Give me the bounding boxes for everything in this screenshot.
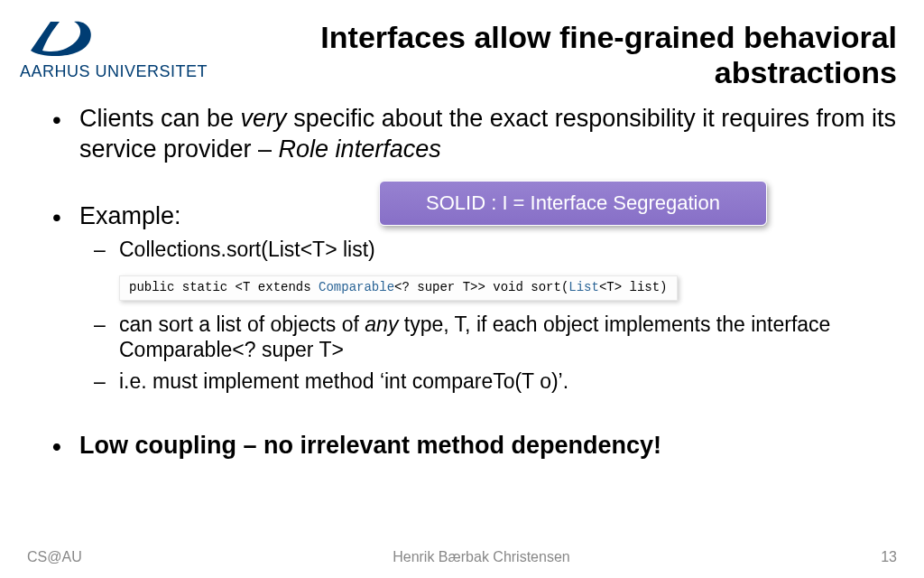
content-area: Clients can be very specific about the e… [45,104,897,472]
text: can sort a list of objects of [119,312,365,336]
bullet-example: Example: Collections.sort(List<T> list) … [45,201,897,395]
text-italic: Role interfaces [279,135,441,163]
code-type: Comparable [319,280,394,294]
code-text: <T> list) [599,280,668,294]
sub-bullet-sort: Collections.sort(List<T> list) [79,237,897,263]
text: Clients can be [79,105,241,132]
footer-center: Henrik Bærbak Christensen [393,549,570,565]
slide: AARHUS UNIVERSITET Interfaces allow fine… [0,0,924,578]
footer-left: CS@AU [27,549,82,565]
au-logo-icon [20,16,101,57]
bullet-clients: Clients can be very specific about the e… [45,104,897,165]
text: Example: [79,202,181,229]
footer-right: 13 [881,549,897,565]
code-text: public static <T extends [129,280,319,294]
bullet-lowcoupling: Low coupling – no irrelevant method depe… [45,431,897,461]
solid-callout: SOLID : I = Interface Segregation [379,181,767,226]
footer: CS@AU Henrik Bærbak Christensen 13 [0,549,924,565]
code-type: List [568,280,599,294]
slide-title: Interfaces allow fine-grained behavioral… [180,20,897,90]
code-snippet: public static <T extends Comparable<? su… [119,275,678,301]
sub-bullet-anytype: can sort a list of objects of any type, … [79,312,897,364]
text-italic: very [241,105,287,132]
code-text: <? super T>> void sort( [394,280,568,294]
text-italic: any [365,312,398,336]
sub-bullet-compareto: i.e. must implement method ‘int compareT… [79,368,897,395]
